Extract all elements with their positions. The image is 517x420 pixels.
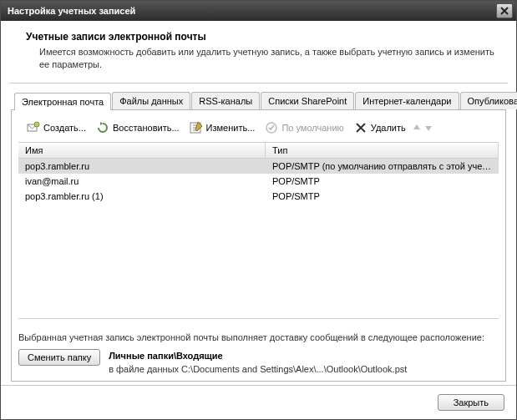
delete-button[interactable]: Удалить (349, 119, 411, 137)
tab-datafiles[interactable]: Файлы данных (112, 92, 190, 109)
delivery-section: Выбранная учетная запись электронной поч… (18, 332, 499, 374)
tab-page: Создать... Восстановить... Изменить... П… (11, 110, 506, 382)
tab-email[interactable]: Электронная почта (14, 93, 111, 110)
default-button[interactable]: По умолчанию (260, 119, 348, 137)
close-dialog-button[interactable]: Закрыть (438, 394, 504, 411)
cell-name: ivan@mail.ru (18, 175, 266, 187)
table-row[interactable]: ivan@mail.ru POP/SMTP (18, 174, 499, 189)
delivery-path: в файле данных C:\Documents and Settings… (109, 364, 407, 374)
footer: Закрыть (1, 385, 516, 419)
restore-icon (96, 121, 109, 134)
close-button[interactable] (496, 3, 513, 18)
content: Электронная почта Файлы данных RSS-канал… (1, 83, 516, 385)
delete-icon (354, 121, 367, 134)
list-header: Имя Тип (18, 142, 499, 159)
tab-published[interactable]: Опубликова (460, 92, 518, 109)
col-name[interactable]: Имя (18, 143, 266, 158)
tab-rss[interactable]: RSS-каналы (191, 92, 260, 109)
tab-internet-calendars[interactable]: Интернет-календари (355, 92, 459, 109)
edit-icon (190, 121, 203, 134)
change-folder-button[interactable]: Сменить папку (18, 349, 100, 366)
move-down-button[interactable] (423, 121, 434, 134)
window-title: Настройка учетных записей (8, 6, 135, 16)
cell-type: POP/SMTP (по умолчанию отправлять с этой… (266, 160, 499, 172)
delivery-details: Личные папки\Входящие в файле данных C:\… (109, 349, 407, 374)
restore-button[interactable]: Восстановить... (91, 119, 185, 137)
cell-type: POP/SMTP (266, 190, 499, 202)
header-area: Учетные записи электронной почты Имеется… (1, 21, 516, 79)
titlebar: Настройка учетных записей (1, 1, 516, 21)
tab-strip: Электронная почта Файлы данных RSS-канал… (11, 92, 506, 110)
header-title: Учетные записи электронной почты (26, 31, 498, 43)
create-button[interactable]: Создать... (22, 119, 91, 137)
account-list[interactable]: pop3.rambler.ru POP/SMTP (по умолчанию о… (18, 159, 499, 319)
cell-name: pop3.rambler.ru (18, 160, 266, 172)
edit-button[interactable]: Изменить... (185, 119, 261, 137)
close-icon (500, 7, 509, 15)
col-type[interactable]: Тип (266, 143, 499, 158)
delivery-folder: Личные папки\Входящие (109, 351, 407, 361)
header-subtitle: Имеется возможность добавить или удалить… (26, 46, 498, 71)
move-up-button[interactable] (411, 121, 423, 134)
table-row[interactable]: pop3.rambler.ru POP/SMTP (по умолчанию о… (18, 159, 499, 174)
delivery-message: Выбранная учетная запись электронной поч… (18, 332, 499, 342)
table-row[interactable]: pop3.rambler.ru (1) POP/SMTP (18, 189, 499, 204)
svg-point-1 (34, 122, 39, 127)
cell-type: POP/SMTP (266, 175, 499, 187)
toolbar: Создать... Восстановить... Изменить... П… (18, 117, 499, 142)
cell-name: pop3.rambler.ru (1) (18, 190, 266, 202)
tab-sharepoint[interactable]: Списки SharePoint (261, 92, 354, 109)
new-mail-icon (27, 121, 40, 134)
window: Настройка учетных записей Учетные записи… (0, 0, 517, 420)
check-icon (265, 121, 278, 134)
